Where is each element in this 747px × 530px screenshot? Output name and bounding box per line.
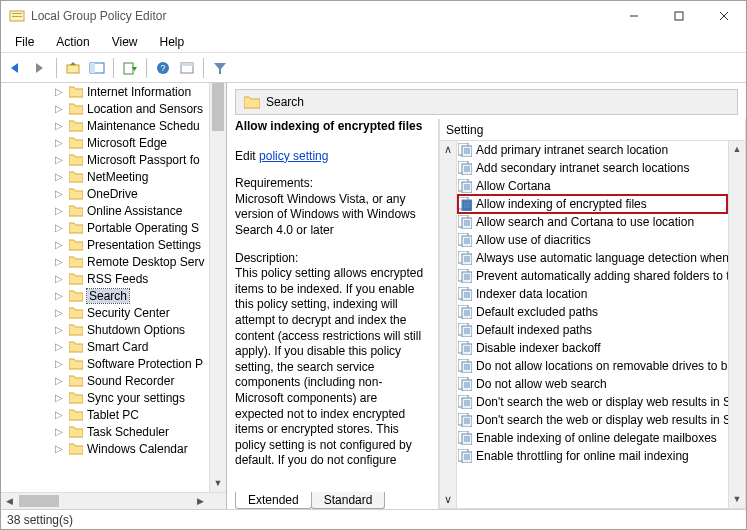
scroll-down-icon[interactable]: ▼ [210,475,226,492]
expander-icon[interactable]: ▷ [55,427,65,437]
expander-icon[interactable]: ▷ [55,240,65,250]
tree-item-sound-recorder[interactable]: ▷Sound Recorder [1,372,206,389]
expander-icon[interactable]: ▷ [55,104,65,114]
svg-marker-8 [36,63,43,73]
expander-icon[interactable]: ▷ [55,121,65,131]
setting-item[interactable]: Add secondary intranet search locations [458,159,727,177]
setting-item[interactable]: Enable throttling for online mail indexi… [458,447,727,465]
setting-item[interactable]: Default excluded paths [458,303,727,321]
tree-item-maintenance-schedu[interactable]: ▷Maintenance Schedu [1,117,206,134]
tree-horizontal-scrollbar[interactable]: ◀ ▶ [1,492,226,509]
tree-item-online-assistance[interactable]: ▷Online Assistance [1,202,206,219]
tree-item-shutdown-options[interactable]: ▷Shutdown Options [1,321,206,338]
tree-item-location-and-sensors[interactable]: ▷Location and Sensors [1,100,206,117]
setting-item[interactable]: Don't search the web or display web resu… [458,411,727,429]
expander-icon[interactable]: ▷ [55,291,65,301]
scrollbar-thumb[interactable] [19,495,59,507]
tree-item-microsoft-passport-fo[interactable]: ▷Microsoft Passport fo [1,151,206,168]
expander-icon[interactable]: ▷ [55,87,65,97]
tree-item-netmeeting[interactable]: ▷NetMeeting [1,168,206,185]
tree-item-remote-desktop-serv[interactable]: ▷Remote Desktop Serv [1,253,206,270]
setting-item[interactable]: Do not allow locations on removable driv… [458,357,727,375]
settings-column-header[interactable]: Setting [440,119,745,141]
tree-item-presentation-settings[interactable]: ▷Presentation Settings [1,236,206,253]
tree-item-task-scheduler[interactable]: ▷Task Scheduler [1,423,206,440]
expander-icon[interactable]: ▷ [55,257,65,267]
setting-item[interactable]: Prevent automatically adding shared fold… [458,267,727,285]
expander-icon[interactable]: ▷ [55,138,65,148]
expander-icon[interactable]: ▷ [55,342,65,352]
setting-item[interactable]: Allow use of diacritics [458,231,727,249]
setting-item[interactable]: Allow search and Cortana to use location [458,213,727,231]
tree-item-search[interactable]: ▷Search [1,287,206,304]
menu-view[interactable]: View [102,33,148,51]
setting-item[interactable]: Always use automatic language detection … [458,249,727,267]
tree-item-tablet-pc[interactable]: ▷Tablet PC [1,406,206,423]
close-button[interactable] [701,1,746,31]
setting-item[interactable]: Add primary intranet search location [458,141,727,159]
folder-icon [69,171,83,183]
tree-vertical-scrollbar[interactable]: ▲ ▼ [209,83,226,492]
edit-policy-link[interactable]: policy setting [259,149,328,163]
setting-item[interactable]: Allow indexing of encrypted files [458,195,727,213]
tree-item-label: Smart Card [87,340,148,354]
properties-button[interactable] [176,57,198,79]
export-list-button[interactable] [119,57,141,79]
svg-rect-1 [12,13,22,14]
setting-item[interactable]: Do not allow web search [458,375,727,393]
expander-icon[interactable]: ▷ [55,155,65,165]
tree-item-microsoft-edge[interactable]: ▷Microsoft Edge [1,134,206,151]
expander-icon[interactable]: ▷ [55,206,65,216]
tree-item-rss-feeds[interactable]: ▷RSS Feeds [1,270,206,287]
settings-vertical-scrollbar[interactable]: ▲ ▼ [728,141,745,508]
tree-item-sync-your-settings[interactable]: ▷Sync your settings [1,389,206,406]
setting-item[interactable]: Don't search the web or display web resu… [458,393,727,411]
expander-icon[interactable]: ▷ [55,189,65,199]
expander-icon[interactable]: ▷ [55,274,65,284]
scrollbar-thumb[interactable] [212,83,224,131]
setting-item[interactable]: Allow Cortana [458,177,727,195]
tree-item-security-center[interactable]: ▷Security Center [1,304,206,321]
minimize-button[interactable] [611,1,656,31]
tree-item-smart-card[interactable]: ▷Smart Card [1,338,206,355]
expander-icon[interactable]: ▷ [55,410,65,420]
scroll-down-icon[interactable]: ▼ [729,491,745,508]
expander-icon[interactable]: ▷ [55,325,65,335]
scroll-up-icon[interactable]: ▲ [729,141,745,158]
setting-item[interactable]: Enable indexing of online delegate mailb… [458,429,727,447]
show-hide-tree-button[interactable] [86,57,108,79]
setting-item[interactable]: Disable indexer backoff [458,339,727,357]
maximize-button[interactable] [656,1,701,31]
expander-icon[interactable]: ▷ [55,223,65,233]
help-button[interactable]: ? [152,57,174,79]
tree-item-portable-operating-s[interactable]: ▷Portable Operating S [1,219,206,236]
expander-icon[interactable]: ▷ [55,393,65,403]
tree-item-internet-information[interactable]: ▷Internet Information [1,83,206,100]
setting-label: Indexer data location [476,287,587,301]
expander-icon[interactable]: ▷ [55,172,65,182]
filter-button[interactable] [209,57,231,79]
tab-standard[interactable]: Standard [311,492,386,509]
menu-help[interactable]: Help [150,33,195,51]
expander-icon[interactable]: ▷ [55,359,65,369]
tab-extended[interactable]: Extended [235,492,312,509]
back-button[interactable] [5,57,27,79]
scroll-right-icon[interactable]: ▶ [192,493,209,509]
setting-label: Allow indexing of encrypted files [476,197,647,211]
tree-item-windows-calendar[interactable]: ▷Windows Calendar [1,440,206,457]
folder-icon [69,290,83,302]
up-button[interactable] [62,57,84,79]
forward-button[interactable] [29,57,51,79]
setting-item[interactable]: Indexer data location [458,285,727,303]
expander-icon[interactable]: ▷ [55,308,65,318]
tree-item-software-protection-p[interactable]: ▷Software Protection P [1,355,206,372]
expander-icon[interactable]: ▷ [55,444,65,454]
expander-icon[interactable]: ▷ [55,376,65,386]
folder-icon [69,120,83,132]
menu-file[interactable]: File [5,33,44,51]
setting-item[interactable]: Default indexed paths [458,321,727,339]
tree-item-onedrive[interactable]: ▷OneDrive [1,185,206,202]
scroll-left-icon[interactable]: ◀ [1,493,18,509]
menu-action[interactable]: Action [46,33,99,51]
setting-label: Do not allow locations on removable driv… [476,359,734,373]
